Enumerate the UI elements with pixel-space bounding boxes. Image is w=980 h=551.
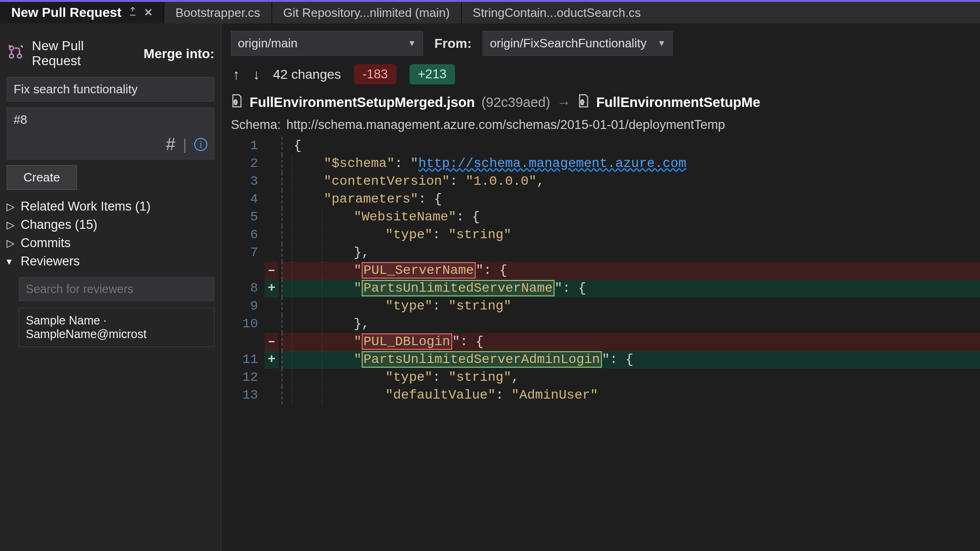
pr-description-text[interactable]: #8: [7, 108, 214, 132]
hash-icon[interactable]: #: [166, 135, 175, 154]
from-branch-select[interactable]: origin/FixSearchFunctionality ▼: [483, 31, 673, 56]
branch-toolbar: origin/main ▼ From: origin/FixSearchFunc…: [221, 23, 980, 56]
from-branch-value: origin/FixSearchFunctionality: [490, 36, 646, 51]
section-label: Related Work Items (1): [21, 199, 151, 214]
code-line[interactable]: 9 "type": "string": [221, 297, 980, 315]
code-line[interactable]: 10 },: [221, 315, 980, 333]
tab-string-contain[interactable]: StringContain...oductSearch.cs: [462, 2, 652, 23]
lines-removed-badge: -183: [354, 64, 396, 84]
diff-minus-icon: –: [265, 262, 279, 279]
create-button[interactable]: Create: [7, 165, 77, 190]
info-icon[interactable]: i: [194, 138, 207, 151]
code-line[interactable]: 12 "type": "string",: [221, 369, 980, 386]
tab-label: Git Repository...nlimited (main): [283, 6, 450, 20]
pr-title-input[interactable]: [7, 77, 214, 102]
code-line[interactable]: 7 },: [221, 244, 980, 262]
chevron-down-icon: ▼: [658, 38, 666, 48]
line-number: 7: [221, 244, 265, 262]
diff-content: origin/main ▼ From: origin/FixSearchFunc…: [221, 23, 980, 551]
code-line[interactable]: 2 "$schema": "http://schema.management.a…: [221, 155, 980, 173]
next-change-button[interactable]: ↓: [253, 67, 260, 83]
pin-icon[interactable]: [128, 7, 137, 19]
added-token: PartsUnlimitedServerAdminLogin: [362, 351, 602, 368]
pipe-separator: |: [183, 136, 187, 153]
schema-value[interactable]: http://schema.management.azure.com/schem…: [287, 118, 725, 132]
line-number: 9: [221, 297, 265, 315]
pr-description-box[interactable]: #8 # | i: [7, 107, 214, 159]
diff-plus-icon: +: [265, 279, 279, 297]
code-line[interactable]: 3 "contentVersion": "1.0.0.0",: [221, 173, 980, 190]
schema-row: Schema: http://schema.management.azure.c…: [221, 115, 980, 137]
tab-label: New Pull Request: [11, 5, 122, 20]
section-reviewers[interactable]: ▾ Reviewers: [7, 254, 214, 269]
code-line[interactable]: 5 "WebsiteName": {: [221, 208, 980, 226]
line-number: 2: [221, 155, 265, 173]
line-number: 10: [221, 315, 265, 333]
merge-into-label: Merge into:: [144, 46, 214, 61]
svg-point-2: [17, 54, 22, 58]
tab-label: Bootstrapper.cs: [175, 6, 260, 20]
code-line-removed[interactable]: – "PUL_ServerName": {: [221, 262, 980, 279]
code-line-added[interactable]: 11 + "PartsUnlimitedServerAdminLogin": {: [221, 351, 980, 369]
tab-bar: New Pull Request ✕ Bootstrapper.cs Git R…: [0, 0, 980, 23]
left-file-name: FullEnvironmentSetupMerged.json: [250, 95, 475, 110]
changes-count: 42 changes: [273, 67, 341, 82]
schema-link[interactable]: http://schema.management.azure.com: [418, 156, 686, 171]
code-line-added[interactable]: 8 + "PartsUnlimitedServerName": {: [221, 279, 980, 297]
pr-sidebar: New Pull Request Merge into: #8 # | i Cr…: [0, 23, 221, 551]
chevron-down-icon: ▼: [408, 38, 416, 48]
left-file-hash: (92c39aed): [481, 95, 550, 110]
schema-label: Schema:: [231, 118, 281, 132]
from-label: From:: [434, 36, 471, 51]
line-number: 12: [221, 369, 265, 386]
code-line[interactable]: 13 "defaultValue": "AdminUser": [221, 386, 980, 404]
svg-text:{}: {}: [580, 99, 584, 105]
new-pr-icon: [8, 44, 23, 63]
pr-sections-tree: ▷ Related Work Items (1) ▷ Changes (15) …: [7, 199, 214, 347]
reviewer-entry[interactable]: Sample Name · SampleName@microst: [19, 308, 214, 347]
section-related-work-items[interactable]: ▷ Related Work Items (1): [7, 199, 214, 214]
close-icon[interactable]: ✕: [144, 7, 152, 19]
tab-git-repo[interactable]: Git Repository...nlimited (main): [272, 2, 461, 23]
tab-label: StringContain...oductSearch.cs: [473, 6, 641, 20]
right-file-name: FullEnvironmentSetupMe: [596, 95, 760, 110]
line-number: 3: [221, 173, 265, 190]
line-number: 5: [221, 208, 265, 226]
code-line[interactable]: 6 "type": "string": [221, 226, 980, 244]
section-label: Changes (15): [21, 218, 98, 232]
line-number: 6: [221, 226, 265, 244]
code-line[interactable]: 4 "parameters": {: [221, 190, 980, 208]
file-compare-header: {} FullEnvironmentSetupMerged.json (92c3…: [221, 90, 980, 115]
removed-token: PUL_ServerName: [362, 262, 476, 279]
diff-editor[interactable]: 1 { 2 "$schema": "http://schema.manageme…: [221, 137, 980, 551]
tab-bootstrapper[interactable]: Bootstrapper.cs: [164, 2, 272, 23]
arrow-right-icon: →: [557, 95, 571, 111]
chevron-right-icon: ▷: [7, 219, 17, 231]
reviewer-search-input[interactable]: [19, 277, 214, 301]
code-line[interactable]: 1 {: [221, 137, 980, 155]
section-commits[interactable]: ▷ Commits: [7, 236, 214, 250]
removed-token: PUL_DBLogin: [362, 333, 452, 350]
lines-added-badge: +213: [410, 64, 455, 84]
merge-branch-select[interactable]: origin/main ▼: [231, 31, 423, 56]
tab-new-pull-request[interactable]: New Pull Request ✕: [0, 2, 164, 23]
svg-text:{}: {}: [234, 99, 238, 105]
section-label: Reviewers: [21, 254, 80, 269]
chevron-down-icon: ▾: [7, 256, 17, 268]
line-number: 4: [221, 190, 265, 208]
section-changes[interactable]: ▷ Changes (15): [7, 218, 214, 232]
line-number: 1: [221, 137, 265, 155]
line-number: 8: [221, 279, 265, 297]
json-file-icon: {}: [577, 94, 590, 111]
chevron-right-icon: ▷: [7, 237, 17, 249]
code-line-removed[interactable]: – "PUL_DBLogin": {: [221, 333, 980, 351]
pr-heading: New Pull Request: [32, 38, 129, 68]
chevron-right-icon: ▷: [7, 201, 17, 213]
section-label: Commits: [21, 236, 71, 250]
diff-minus-icon: –: [265, 333, 279, 351]
merge-branch-value: origin/main: [238, 36, 297, 51]
prev-change-button[interactable]: ↑: [233, 67, 240, 83]
diff-stats-row: ↑ ↓ 42 changes -183 +213: [221, 56, 980, 90]
line-number: 11: [221, 351, 265, 369]
json-file-icon: {}: [231, 94, 243, 111]
